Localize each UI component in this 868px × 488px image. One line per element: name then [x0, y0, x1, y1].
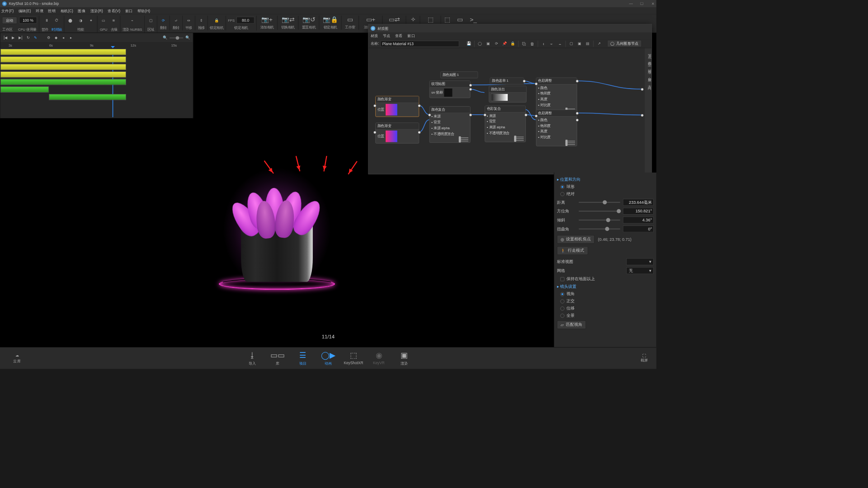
timeline-zoomout-icon[interactable]: 🔍 — [162, 36, 168, 40]
window-maximize-button[interactable]: ☐ — [640, 1, 644, 6]
node-speed[interactable]: 颜色速率 1 — [490, 78, 524, 84]
node-port[interactable] — [469, 84, 472, 87]
copy-icon[interactable]: ⿻ — [521, 40, 528, 47]
menu-0[interactable]: 文件(F) — [1, 9, 14, 14]
menu-6[interactable]: 渲染(R) — [90, 9, 103, 14]
timeline-zoomin-icon[interactable]: 🔍 — [184, 36, 191, 40]
ribbon-icon[interactable]: ▢ — [146, 16, 155, 24]
node-port[interactable] — [641, 88, 644, 91]
ribbon-icon[interactable]: ⬤ — [66, 16, 75, 24]
timeline-tracks[interactable] — [0, 49, 193, 117]
section-lens[interactable]: 镜头设置 — [557, 284, 654, 290]
walk-mode-button[interactable]: 🚶行走模式 — [557, 246, 588, 255]
bigtool-工作室[interactable]: ▭工作室 — [342, 16, 359, 30]
timeline-settings-icon[interactable]: ⚙ — [46, 36, 52, 40]
node-port[interactable] — [373, 131, 377, 134]
select-grid[interactable]: 无▾ — [626, 267, 653, 274]
node-port[interactable] — [469, 113, 472, 117]
node-header[interactable]: 纹理贴图 — [430, 81, 470, 87]
tool-翻转[interactable]: ⤾ — [172, 16, 180, 24]
align-h-icon[interactable]: ⫞ — [540, 40, 547, 47]
radio-panoramic[interactable]: 全景 — [560, 313, 653, 319]
node-header[interactable]: 颜色速率 1 — [490, 78, 524, 84]
dock-KeyVR[interactable]: ◉KeyVR — [367, 351, 391, 366]
tool-平移[interactable]: ⇔ — [184, 16, 193, 24]
menu-3[interactable]: 照明 — [48, 9, 56, 14]
bigtool-添加相机[interactable]: 📷+添加相机 — [257, 16, 278, 30]
matgraph-menu-1[interactable]: 节点 — [383, 33, 391, 38]
snap-r-icon[interactable]: ▤ — [584, 40, 591, 47]
dock-渲染[interactable]: ▣渲染 — [392, 351, 416, 366]
timeline-loop-icon[interactable]: ↻ — [25, 36, 31, 40]
fps-value[interactable]: 80.0 — [236, 17, 254, 23]
window-minimize-button[interactable]: — — [629, 1, 632, 6]
node-header[interactable]: 颜色渐变 — [376, 123, 419, 129]
fullscreen-button[interactable]: ⛶ 截屏 — [632, 354, 656, 363]
menu-8[interactable]: 窗口 — [125, 9, 133, 14]
dock-动画[interactable]: ◯▶动画 — [316, 351, 340, 366]
ribbon-icon[interactable]: ✦ — [87, 16, 95, 24]
lock-icon[interactable]: 🔒 — [509, 40, 516, 47]
menu-1[interactable]: 编辑(E) — [19, 9, 31, 14]
animation-track[interactable] — [0, 71, 126, 78]
node-grad1[interactable]: 颜色渐变位置 — [375, 96, 419, 117]
node-replace[interactable]: 颜色贴图 1 — [440, 71, 478, 78]
matgraph-titlebar[interactable]: 材质图 — [368, 24, 651, 33]
ribbon-icon[interactable]: ⏸ — [42, 16, 51, 24]
menu-4[interactable]: 相机(C) — [61, 9, 73, 14]
node-header[interactable]: 色彩调整 — [536, 78, 576, 84]
node-header[interactable]: 色彩调整 — [536, 110, 576, 116]
dock-导入[interactable]: ⭳导入 — [241, 351, 264, 366]
menu-5[interactable]: 图像 — [78, 9, 85, 14]
node-port[interactable] — [535, 114, 538, 117]
slider-tilt[interactable] — [579, 218, 620, 223]
node-header[interactable]: 颜色贴图 1 — [441, 72, 478, 78]
radio-perspective[interactable]: 视角 — [560, 291, 653, 297]
timeline-next-key-icon[interactable]: ▸ — [68, 36, 74, 40]
matgraph-menu-3[interactable]: 窗口 — [407, 33, 415, 38]
matgraph-name-field[interactable]: Plane Material #13 — [381, 41, 459, 47]
geometry-nodes-button[interactable]: ◯几何图形节点 — [607, 40, 642, 47]
dock-库[interactable]: ▭▭库 — [266, 351, 290, 366]
timeline-record-icon[interactable]: ✎ — [33, 36, 39, 40]
animation-track[interactable] — [0, 86, 49, 93]
animation-track[interactable] — [0, 79, 126, 85]
material-graph-window[interactable]: 材质图 材质节点查看窗口 名称: Plane Material #13 💾 ◯ … — [368, 24, 652, 174]
ribbon-icon[interactable]: ▭ — [99, 16, 108, 24]
radio-absolute[interactable]: 绝对 — [560, 191, 653, 197]
timeline-play-icon[interactable]: ▶ — [10, 36, 16, 40]
tool-推移[interactable]: ⇕ — [197, 16, 205, 24]
bigtool-锁定相机[interactable]: 📷🔒锁定相机 — [319, 16, 341, 30]
distribute-icon[interactable]: ⫠ — [557, 40, 563, 47]
node-grad2[interactable]: 颜色渐变位置 — [375, 122, 419, 143]
timeline-keys-icon[interactable]: ◆ — [53, 36, 59, 40]
ribbon-icon[interactable]: ◑ — [76, 16, 85, 24]
node-port[interactable] — [576, 112, 579, 115]
node-port[interactable] — [373, 104, 377, 108]
menu-7[interactable]: 查看(V) — [108, 9, 120, 14]
save-icon[interactable]: 💾 — [465, 40, 472, 47]
matgraph-menu-2[interactable]: 查看 — [395, 33, 403, 38]
value-distance[interactable]: 233.644毫米 — [623, 199, 654, 206]
value-twist[interactable]: 0° — [623, 225, 654, 232]
slider-distance[interactable] — [579, 200, 620, 205]
dock-KeyShotXR[interactable]: ⬚KeyShotXR — [341, 351, 365, 366]
slider-azimuth[interactable] — [579, 209, 620, 214]
align-v-icon[interactable]: ⫟ — [548, 40, 555, 47]
matgraph-menu-0[interactable]: 材质 — [371, 33, 378, 38]
value-azimuth[interactable]: 150.821° — [623, 208, 654, 215]
node-comp2[interactable]: 色彩复合• 来源• 背景• 来源 alpha• 不透明度混合 — [485, 106, 526, 142]
node-port[interactable] — [418, 131, 421, 134]
ribbon-icon[interactable]: ≋ — [110, 16, 118, 24]
check-keep-above-ground[interactable]: 保持在地面以上 — [560, 276, 653, 282]
node-comp1[interactable]: 颜色复合• 来源• 背景• 来源 alpha• 不透明度混合 — [429, 106, 471, 143]
timeline-prev-key-icon[interactable]: ◂ — [61, 36, 67, 40]
menu-9[interactable]: 帮助(H) — [137, 9, 150, 14]
node-adj1[interactable]: 色彩调整• 颜色• 饱和度• 亮度• 对比度 — [536, 78, 577, 114]
matgraph-side-tabs[interactable]: 节点 类型 对准 自发 方向 — [645, 48, 651, 174]
extra-tool[interactable]: ▭ — [454, 16, 467, 23]
animation-track[interactable] — [49, 94, 126, 100]
node-port[interactable] — [535, 82, 538, 85]
animation-track[interactable] — [0, 49, 126, 55]
node-adj2[interactable]: 色彩调整• 颜色• 饱和度• 亮度• 对比度 — [536, 110, 577, 146]
